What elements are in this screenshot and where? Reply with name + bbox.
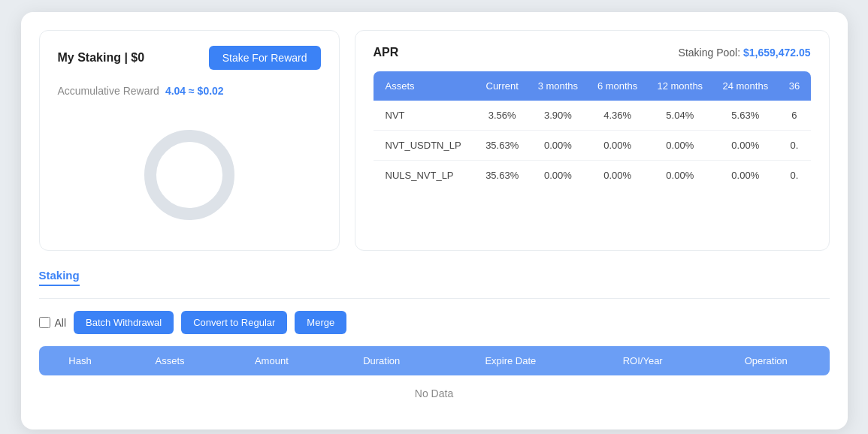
apr-table-header-row: Assets Current 3 months 6 months 12 mont… [374,71,811,101]
col-amount: Amount [219,346,325,375]
cell-3m: 0.00% [528,131,588,161]
reward-amount-value: 4.04 [165,85,186,97]
stake-for-reward-button[interactable]: Stake For Reward [209,46,321,70]
apr-title: APR [374,46,399,59]
cell-24m: 0.00% [712,131,778,161]
staking-pool-label: Staking Pool: $1,659,472.05 [679,47,811,59]
reward-approx: ≈ $0.02 [189,85,224,97]
select-all-label: All [55,317,67,329]
apr-card: APR Staking Pool: $1,659,472.05 Assets C… [355,30,830,251]
staking-pool-text: Staking Pool: [679,47,741,59]
col-hash: Hash [39,346,122,375]
apr-table-row: NVT_USDTN_LP 35.63% 0.00% 0.00% 0.00% 0.… [374,131,811,161]
reward-label: Accumulative Reward [58,85,159,97]
section-divider [39,298,830,299]
col-operation: Operation [703,346,830,375]
select-all-checkbox[interactable] [39,317,50,328]
cell-6m: 0.00% [588,131,647,161]
my-staking-card: My Staking | $0 Stake For Reward Accumul… [39,30,340,251]
my-staking-title: My Staking | $0 [58,51,145,65]
col-duration: Duration [325,346,438,375]
cell-3m: 3.90% [528,101,588,131]
cell-24m: 0.00% [712,161,778,191]
cell-assets: NULS_NVT_LP [374,161,476,191]
no-data-cell: No Data [39,375,830,411]
cell-current: 35.63% [476,161,528,191]
cell-3m: 0.00% [528,161,588,191]
cell-12m: 5.04% [647,101,712,131]
no-data-row: No Data [39,375,830,411]
apr-col-3m: 3 months [528,71,588,101]
data-table-header-row: Hash Assets Amount Duration Expire Date … [39,346,830,375]
apr-card-header: APR Staking Pool: $1,659,472.05 [374,46,811,59]
donut-container [58,115,321,235]
cell-assets: NVT_USDTN_LP [374,131,476,161]
cell-current: 35.63% [476,131,528,161]
apr-col-24m: 24 months [712,71,778,101]
cell-6m: 4.36% [588,101,647,131]
staking-tab-label[interactable]: Staking [39,269,80,286]
apr-table: Assets Current 3 months 6 months 12 mont… [374,71,811,190]
cell-12m: 0.00% [647,131,712,161]
apr-table-row: NULS_NVT_LP 35.63% 0.00% 0.00% 0.00% 0.0… [374,161,811,191]
batch-withdrawal-button[interactable]: Batch Withdrawal [74,311,174,334]
col-assets: Assets [122,346,219,375]
apr-col-6m: 6 months [588,71,647,101]
staking-data-table: Hash Assets Amount Duration Expire Date … [39,346,830,411]
col-expire-date: Expire Date [438,346,582,375]
select-all-wrap: All [39,317,67,329]
col-roi-year: ROI/Year [582,346,703,375]
apr-table-wrapper: Assets Current 3 months 6 months 12 mont… [374,71,811,190]
cell-assets: NVT [374,101,476,131]
staking-section: Staking All Batch Withdrawal Convert to … [39,269,830,411]
apr-col-current: Current [476,71,528,101]
apr-col-36m: 36 [778,71,810,101]
apr-col-assets: Assets [374,71,476,101]
apr-col-12m: 12 months [647,71,712,101]
top-row: My Staking | $0 Stake For Reward Accumul… [39,30,830,251]
reward-row: Accumulative Reward 4.04 ≈ $0.02 [58,85,321,97]
cell-36m: 0. [778,161,810,191]
staking-card-header: My Staking | $0 Stake For Reward [58,46,321,70]
convert-to-regular-button[interactable]: Convert to Regular [181,311,287,334]
cell-36m: 6 [778,101,810,131]
cell-6m: 0.00% [588,161,647,191]
main-card: My Staking | $0 Stake For Reward Accumul… [21,12,848,429]
donut-chart [144,130,234,220]
cell-24m: 5.63% [712,101,778,131]
merge-button[interactable]: Merge [295,311,346,334]
action-row: All Batch Withdrawal Convert to Regular … [39,311,830,334]
reward-amount: 4.04 ≈ $0.02 [165,85,224,97]
staking-tab: Staking [39,269,830,298]
cell-36m: 0. [778,131,810,161]
cell-12m: 0.00% [647,161,712,191]
cell-current: 3.56% [476,101,528,131]
staking-pool-value: $1,659,472.05 [743,47,811,59]
apr-table-row: NVT 3.56% 3.90% 4.36% 5.04% 5.63% 6 [374,101,811,131]
